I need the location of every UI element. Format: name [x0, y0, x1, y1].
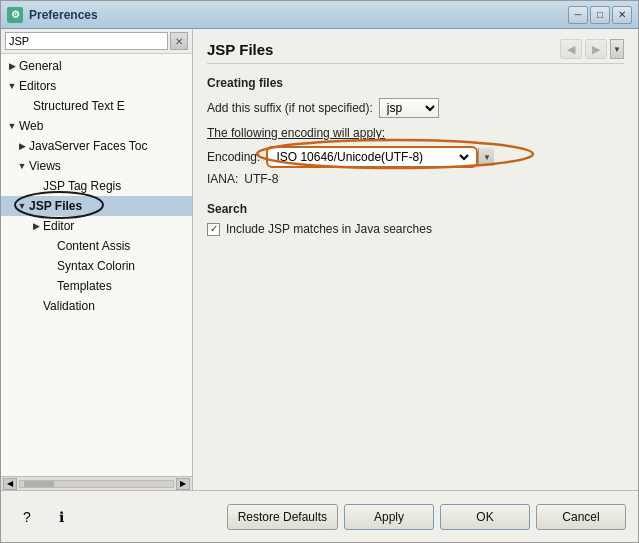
tree-label-syntax: Syntax Colorin — [57, 259, 135, 273]
encoding-dropdown-button[interactable]: ▼ — [478, 148, 494, 166]
titlebar: ⚙ Preferences ─ □ ✕ — [1, 1, 638, 29]
tree-label-jspfiles: JSP Files — [29, 199, 82, 213]
tree-label-javaserver: JavaServer Faces Toc — [29, 139, 148, 153]
nav-forward-button[interactable]: ▶ — [585, 39, 607, 59]
include-jsp-matches-row: Include JSP matches in Java searches — [207, 222, 624, 236]
tree-item-editors[interactable]: ▼ Editors — [1, 76, 192, 96]
maximize-button[interactable]: □ — [590, 6, 610, 24]
encoding-label: Encoding: — [207, 150, 260, 164]
tree-item-general[interactable]: ▶ General — [1, 56, 192, 76]
tree-toggle-validation: ▶ — [29, 299, 43, 313]
search-section: Search Include JSP matches in Java searc… — [207, 202, 624, 236]
tree-item-views[interactable]: ▼ Views — [1, 156, 192, 176]
apply-button[interactable]: Apply — [344, 504, 434, 530]
tree-label-web: Web — [19, 119, 43, 133]
iana-value: UTF-8 — [244, 172, 278, 186]
tree-label-views: Views — [29, 159, 61, 173]
iana-label: IANA: — [207, 172, 238, 186]
right-panel: JSP Files ◀ ▶ ▼ Creating files Add this … — [193, 29, 638, 490]
panel-nav: ◀ ▶ ▼ — [560, 39, 624, 59]
tree-label-jsptag: JSP Tag Regis — [43, 179, 121, 193]
tree-item-structured-text[interactable]: ▶ Structured Text E — [1, 96, 192, 116]
scroll-thumb — [24, 481, 54, 487]
tree-toggle-general[interactable]: ▶ — [5, 59, 19, 73]
tree-search-clear-button[interactable]: ✕ — [170, 32, 188, 50]
scroll-track[interactable] — [19, 480, 174, 488]
suffix-row: Add this suffix (if not specified): jsp … — [207, 98, 624, 118]
ok-button[interactable]: OK — [440, 504, 530, 530]
bottom-bar: ? ℹ Restore Defaults Apply OK Cancel — [1, 490, 638, 542]
tree-label-general: General — [19, 59, 62, 73]
tree-item-templates[interactable]: ▶ Templates — [1, 276, 192, 296]
tree-label-editors: Editors — [19, 79, 56, 93]
preferences-tree: ▶ General ▼ Editors ▶ Structured Text E — [1, 54, 192, 476]
nav-dropdown-button[interactable]: ▼ — [610, 39, 624, 59]
suffix-select[interactable]: jsp jspf jspx — [379, 98, 439, 118]
tree-item-content-assis[interactable]: ▶ Content Assis — [1, 236, 192, 256]
app-icon: ⚙ — [7, 7, 23, 23]
tree-toggle-editor[interactable]: ▶ — [29, 219, 43, 233]
main-content: ✕ ▶ General ▼ Editors ▶ — [1, 29, 638, 490]
tree-search-input[interactable] — [5, 32, 168, 50]
tree-toggle-content: ▶ — [43, 239, 57, 253]
suffix-label: Add this suffix (if not specified): — [207, 101, 373, 115]
tree-toggle-structured: ▶ — [19, 99, 33, 113]
cancel-button[interactable]: Cancel — [536, 504, 626, 530]
preferences-window: ⚙ Preferences ─ □ ✕ ✕ ▶ General — [0, 0, 639, 543]
include-jsp-matches-checkbox[interactable] — [207, 223, 220, 236]
nav-back-button[interactable]: ◀ — [560, 39, 582, 59]
encoding-select[interactable]: ISO 10646/Unicode(UTF-8) UTF-8 ISO-8859-… — [272, 149, 472, 165]
window-controls: ─ □ ✕ — [568, 6, 632, 24]
left-panel: ✕ ▶ General ▼ Editors ▶ — [1, 29, 193, 490]
info-button[interactable]: ℹ — [47, 503, 75, 531]
include-jsp-matches-label: Include JSP matches in Java searches — [226, 222, 432, 236]
encoding-box: ISO 10646/Unicode(UTF-8) UTF-8 ISO-8859-… — [266, 146, 478, 168]
window-title: Preferences — [29, 8, 568, 22]
tree-item-web[interactable]: ▼ Web — [1, 116, 192, 136]
tree-toggle-syntax: ▶ — [43, 259, 57, 273]
tree-label-editor: Editor — [43, 219, 74, 233]
creating-files-label: Creating files — [207, 76, 624, 90]
tree-label-templates: Templates — [57, 279, 112, 293]
scroll-left-button[interactable]: ◀ — [3, 478, 17, 490]
restore-defaults-button[interactable]: Restore Defaults — [227, 504, 338, 530]
tree-toggle-editors[interactable]: ▼ — [5, 79, 19, 93]
tree-toggle-jsptag: ▶ — [29, 179, 43, 193]
tree-item-jsp-files[interactable]: ▼ JSP Files — [1, 196, 192, 216]
tree-toggle-templates: ▶ — [43, 279, 57, 293]
bottom-left-icons: ? ℹ — [13, 503, 221, 531]
tree-label-structured: Structured Text E — [33, 99, 125, 113]
tree-toggle-web[interactable]: ▼ — [5, 119, 19, 133]
tree-horizontal-scrollbar[interactable]: ◀ ▶ — [1, 476, 192, 490]
iana-row: IANA: UTF-8 — [207, 172, 624, 186]
encoding-row: Encoding: ISO 10646/Unicode(UTF-8) UTF-8… — [207, 146, 624, 168]
tree-label-validation: Validation — [43, 299, 95, 313]
tree-item-editor[interactable]: ▶ Editor — [1, 216, 192, 236]
search-section-label: Search — [207, 202, 624, 216]
panel-header: JSP Files ◀ ▶ ▼ — [207, 39, 624, 64]
tree-item-jsp-tag-regis[interactable]: ▶ JSP Tag Regis — [1, 176, 192, 196]
encoding-section-label: The following encoding will apply: — [207, 126, 624, 140]
scroll-right-button[interactable]: ▶ — [176, 478, 190, 490]
tree-item-syntax-coloring[interactable]: ▶ Syntax Colorin — [1, 256, 192, 276]
close-button[interactable]: ✕ — [612, 6, 632, 24]
tree-label-content: Content Assis — [57, 239, 130, 253]
tree-toggle-jspfiles[interactable]: ▼ — [15, 199, 29, 213]
minimize-button[interactable]: ─ — [568, 6, 588, 24]
tree-toggle-javaserver[interactable]: ▶ — [15, 139, 29, 153]
tree-item-validation[interactable]: ▶ Validation — [1, 296, 192, 316]
tree-search-bar: ✕ — [1, 29, 192, 54]
tree-item-javaserver-faces[interactable]: ▶ JavaServer Faces Toc — [1, 136, 192, 156]
tree-toggle-views[interactable]: ▼ — [15, 159, 29, 173]
panel-title: JSP Files — [207, 41, 273, 58]
help-button[interactable]: ? — [13, 503, 41, 531]
